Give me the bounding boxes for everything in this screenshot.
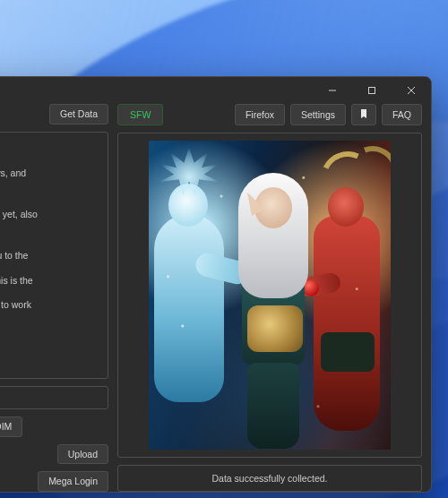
faq-button[interactable]: FAQ <box>382 104 422 125</box>
description-line: versatile outfit ready to take you to th… <box>0 248 97 264</box>
preview-artwork <box>149 141 391 450</box>
upload-button[interactable]: Upload <box>57 444 108 465</box>
no-dim-button[interactable]: No DIM <box>0 416 22 437</box>
settings-button[interactable]: Settings <box>290 104 346 125</box>
get-data-button[interactable]: Get Data <box>49 104 108 124</box>
description-line: ou to move it around. <box>0 223 97 239</box>
description-line: ur heart or a horde of beings, this is t… <box>0 273 97 289</box>
file-name-field[interactable]: ain_1708988459.jpg <box>0 386 108 409</box>
app-window: Get Data s: , face spikes, body spikes, … <box>0 76 432 493</box>
mega-login-button[interactable]: Mega Login <box>38 471 108 492</box>
description-line: form, 1 set also includes poses to work <box>0 297 97 313</box>
description-box: s: , face spikes, body spikes, claws, an… <box>0 132 108 380</box>
maximize-button[interactable] <box>352 77 392 104</box>
minimize-button[interactable] <box>313 77 352 104</box>
bookmark-icon <box>358 108 369 119</box>
status-bar: Data successfully collected. <box>117 465 422 492</box>
titlebar <box>0 77 431 104</box>
firefox-button[interactable]: Firefox <box>235 104 285 125</box>
sfw-toggle[interactable]: SFW <box>117 104 163 125</box>
bookmark-button[interactable] <box>351 104 376 125</box>
description-line: s our longest hair for Genesis 9 yet, al… <box>0 207 97 223</box>
description-line: , face spikes, body spikes, claws, and <box>0 166 97 182</box>
description-line: own creation. <box>0 182 97 198</box>
image-preview <box>117 133 422 458</box>
svg-rect-1 <box>369 88 375 94</box>
description-line: s: <box>0 142 97 158</box>
close-button[interactable] <box>392 77 431 104</box>
